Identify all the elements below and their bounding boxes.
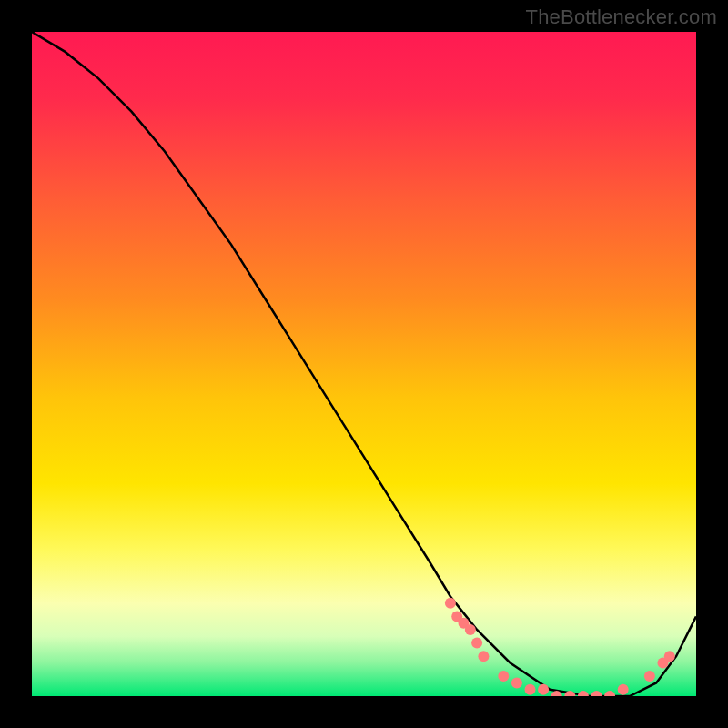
marker-dot xyxy=(478,651,489,662)
chart-frame: TheBottlenecker.com xyxy=(0,0,728,728)
marker-dot xyxy=(538,684,549,695)
marker-dot xyxy=(511,677,522,688)
marker-dot xyxy=(618,684,629,695)
bottleneck-chart xyxy=(32,32,696,696)
chart-svg xyxy=(32,32,696,696)
marker-dot xyxy=(465,624,476,635)
marker-dot xyxy=(445,598,456,609)
marker-dot xyxy=(664,651,675,662)
gradient-background xyxy=(32,32,696,696)
marker-dot xyxy=(471,638,482,649)
marker-dot xyxy=(644,671,655,682)
watermark-text: TheBottlenecker.com xyxy=(526,5,717,29)
marker-dot xyxy=(498,671,509,682)
marker-dot xyxy=(525,684,536,695)
